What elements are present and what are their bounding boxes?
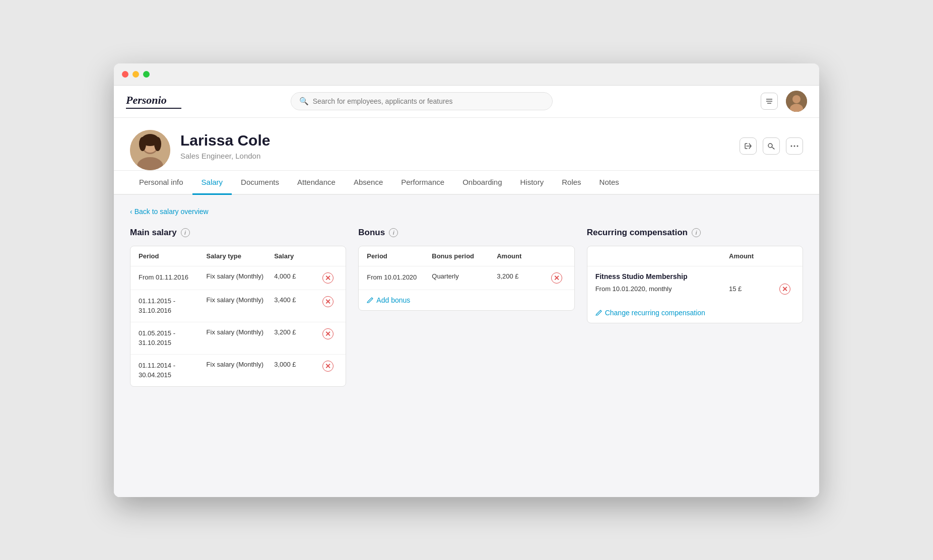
salary-type: Fix salary (Monthly) — [207, 328, 275, 336]
key-icon — [767, 142, 775, 150]
remove-salary-1-button[interactable]: ✕ — [322, 296, 334, 307]
svg-point-15 — [794, 145, 795, 147]
tabs-bar: Personal info Salary Documents Attendanc… — [114, 171, 819, 195]
bonus-col-period: Period — [367, 252, 432, 260]
app-body: Personio 🔍 — [114, 86, 819, 497]
recurring-item-name: Fitness Studio Membership — [595, 272, 794, 281]
employee-login-button[interactable] — [740, 137, 757, 155]
tab-documents[interactable]: Documents — [232, 171, 288, 195]
remove-salary-0-button[interactable]: ✕ — [322, 272, 334, 284]
login-icon — [744, 142, 752, 150]
logo: Personio — [126, 94, 181, 109]
main-salary-title-text: Main salary — [130, 228, 177, 238]
employee-name: Larissa Cole — [180, 131, 729, 150]
titlebar — [114, 63, 819, 86]
salary-sections: Main salary i Period Salary type Salary … — [130, 228, 803, 387]
main-salary-header: Period Salary type Salary — [130, 246, 346, 266]
maximize-button[interactable] — [143, 71, 150, 78]
col-period: Period — [139, 252, 207, 260]
add-bonus-label: Add bonus — [376, 296, 410, 304]
salary-period: 01.11.2014 - 30.04.2015 — [139, 361, 207, 380]
employee-actions — [740, 137, 803, 163]
filter-icon — [765, 97, 773, 105]
tab-onboarding[interactable]: Onboarding — [453, 171, 511, 195]
recurring-item-period: From 10.01.2020, monthly — [595, 285, 729, 293]
employee-header: Larissa Cole Sales Engineer, London — [114, 118, 819, 171]
remove-bonus-0-button[interactable]: ✕ — [551, 272, 562, 284]
employee-info: Larissa Cole Sales Engineer, London — [180, 131, 729, 168]
remove-salary-3-button[interactable]: ✕ — [322, 361, 334, 372]
col-salary: Salary — [274, 252, 322, 260]
recurring-col-amount: Amount — [729, 252, 779, 260]
svg-point-12 — [154, 137, 161, 151]
tab-performance[interactable]: Performance — [392, 171, 453, 195]
svg-point-14 — [791, 145, 792, 147]
employee-avatar — [130, 130, 170, 170]
tab-attendance[interactable]: Attendance — [288, 171, 345, 195]
recurring-item: Fitness Studio Membership From 10.01.202… — [587, 266, 803, 303]
employee-key-button[interactable] — [763, 137, 780, 155]
edit-icon — [595, 309, 602, 316]
main-salary-title: Main salary i — [130, 228, 346, 238]
search-icon: 🔍 — [299, 97, 309, 106]
employee-more-button[interactable] — [786, 137, 803, 155]
nav-filter-button[interactable] — [761, 93, 778, 110]
close-button[interactable] — [122, 71, 128, 78]
svg-point-16 — [797, 145, 798, 147]
salary-type: Fix salary (Monthly) — [207, 296, 275, 304]
app-window: Personio 🔍 — [114, 63, 819, 497]
recurring-comp-info-icon[interactable]: i — [692, 228, 701, 237]
tab-personal-info[interactable]: Personal info — [130, 171, 192, 195]
top-nav: Personio 🔍 — [114, 86, 819, 118]
tab-roles[interactable]: Roles — [553, 171, 590, 195]
bonus-section: Bonus i Period Bonus period Amount From … — [358, 228, 574, 387]
tab-history[interactable]: History — [511, 171, 553, 195]
recurring-comp-table: Amount Fitness Studio Membership From 10… — [587, 246, 803, 323]
recurring-comp-header: Amount — [587, 246, 803, 266]
back-to-salary-link[interactable]: ‹ Back to salary overview — [130, 207, 209, 216]
salary-row: 01.05.2015 - 31.10.2015 Fix salary (Mont… — [130, 322, 346, 355]
add-bonus-link[interactable]: Add bonus — [359, 290, 418, 310]
search-input[interactable] — [313, 97, 544, 105]
salary-period: 01.05.2015 - 31.10.2015 — [139, 328, 207, 348]
bonus-amount: 3,200 £ — [497, 272, 551, 280]
search-bar: 🔍 — [291, 92, 553, 110]
recurring-comp-title: Recurring compensation i — [587, 228, 803, 238]
remove-recurring-0-button[interactable]: ✕ — [779, 284, 790, 295]
bonus-title-text: Bonus — [358, 228, 385, 238]
main-salary-table: Period Salary type Salary From 01.11.201… — [130, 246, 346, 387]
user-avatar[interactable] — [786, 91, 807, 112]
recurring-item-row: From 10.01.2020, monthly 15 £ ✕ — [595, 284, 794, 301]
change-recurring-compensation-link[interactable]: Change recurring compensation — [587, 303, 713, 323]
tab-notes[interactable]: Notes — [590, 171, 628, 195]
salary-row: 01.11.2015 - 31.10.2016 Fix salary (Mont… — [130, 290, 346, 322]
bonus-col-period-type: Bonus period — [432, 252, 497, 260]
bonus-col-amount: Amount — [497, 252, 551, 260]
tab-absence[interactable]: Absence — [345, 171, 392, 195]
pencil-icon — [367, 297, 373, 303]
recurring-comp-title-text: Recurring compensation — [587, 228, 688, 238]
main-salary-info-icon[interactable]: i — [181, 228, 190, 237]
change-recurring-label: Change recurring compensation — [605, 309, 705, 317]
bonus-title: Bonus i — [358, 228, 574, 238]
salary-period: From 01.11.2016 — [139, 272, 207, 283]
salary-amount: 3,000 £ — [274, 361, 322, 368]
employee-photo — [130, 130, 170, 170]
col-salary-type: Salary type — [207, 252, 275, 260]
salary-amount: 3,200 £ — [274, 328, 322, 336]
bonus-row: From 10.01.2020 Quarterly 3,200 £ ✕ — [359, 266, 574, 290]
tab-salary[interactable]: Salary — [192, 171, 232, 195]
salary-amount: 3,400 £ — [274, 296, 322, 304]
traffic-lights — [122, 71, 150, 78]
salary-type: Fix salary (Monthly) — [207, 361, 275, 368]
svg-point-4 — [792, 95, 801, 103]
recurring-item-amount: 15 £ — [729, 285, 779, 293]
bonus-table: Period Bonus period Amount From 10.01.20… — [358, 246, 574, 311]
more-icon — [790, 145, 798, 147]
bonus-info-icon[interactable]: i — [389, 228, 398, 237]
salary-row: From 01.11.2016 Fix salary (Monthly) 4,0… — [130, 266, 346, 290]
minimize-button[interactable] — [132, 71, 139, 78]
remove-salary-2-button[interactable]: ✕ — [322, 328, 334, 339]
recurring-compensation-section: Recurring compensation i Amount Fitness … — [587, 228, 803, 387]
employee-job-title: Sales Engineer, London — [180, 152, 729, 160]
